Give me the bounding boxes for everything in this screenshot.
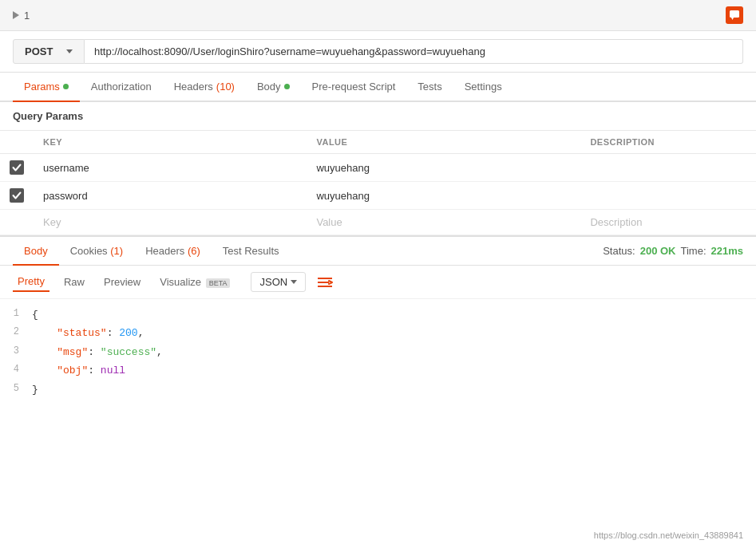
line-2-content: "status": 200, xyxy=(32,324,756,342)
resp-tab-test-results-label: Test Results xyxy=(223,245,279,257)
line-num-3: 3 xyxy=(0,343,32,361)
time-label: Time: xyxy=(680,245,706,257)
format-tab-raw[interactable]: Raw xyxy=(59,273,89,291)
url-input[interactable] xyxy=(85,39,743,64)
item-number: 1 xyxy=(24,10,30,22)
query-params-title: Query Params xyxy=(0,102,756,131)
row3-description[interactable]: Description xyxy=(580,210,756,235)
row1-key[interactable]: username xyxy=(34,154,307,182)
svg-marker-1 xyxy=(731,18,734,20)
request-tabs: Params Authorization Headers (10) Body P… xyxy=(0,73,756,102)
checkbox-cell xyxy=(0,182,34,210)
params-table: KEY VALUE DESCRIPTION username wuyuehang xyxy=(0,131,756,235)
tab-authorization[interactable]: Authorization xyxy=(80,73,163,101)
table-row: password wuyuehang xyxy=(0,182,756,210)
format-tab-preview[interactable]: Preview xyxy=(99,273,145,291)
col-key-header: KEY xyxy=(34,131,307,154)
row3-key[interactable]: Key xyxy=(34,210,307,235)
tab-params-label: Params xyxy=(24,81,60,93)
line-5-content: } xyxy=(32,380,756,399)
time-value: 221ms xyxy=(711,245,743,257)
method-select[interactable]: POST xyxy=(13,39,85,64)
response-tabs-left: Body Cookies (1) Headers (6) Test Result… xyxy=(13,237,291,265)
tab-prerequest[interactable]: Pre-request Script xyxy=(301,73,407,101)
query-params-section: Query Params KEY VALUE DESCRIPTION usern… xyxy=(0,102,756,235)
row1-checkbox[interactable] xyxy=(10,160,24,175)
chat-icon[interactable] xyxy=(726,6,743,24)
line-num-2: 2 xyxy=(0,324,32,341)
beta-badge: BETA xyxy=(206,278,231,288)
row1-value[interactable]: wuyuehang xyxy=(307,154,580,182)
tab-tests[interactable]: Tests xyxy=(406,73,453,101)
resp-headers-count: (6) xyxy=(188,245,200,257)
response-code-area: 1 { 2 "status": 200, 3 "msg": "success",… xyxy=(0,299,756,405)
line-3-content: "msg": "success", xyxy=(32,343,756,361)
headers-count: (10) xyxy=(216,81,235,93)
code-line: 2 "status": 200, xyxy=(0,324,756,342)
row2-value[interactable]: wuyuehang xyxy=(307,182,580,210)
expand-icon[interactable] xyxy=(13,11,19,19)
line-4-content: "obj": null xyxy=(32,361,756,380)
json-chevron-icon xyxy=(291,280,297,284)
line-num-5: 5 xyxy=(0,380,32,398)
body-dot xyxy=(284,84,290,89)
wrap-icon[interactable] xyxy=(315,273,334,292)
code-line: 5 } xyxy=(0,380,756,399)
tab-settings[interactable]: Settings xyxy=(453,73,513,101)
method-chevron-icon xyxy=(66,49,73,53)
top-bar: 1 xyxy=(0,0,756,31)
resp-tab-headers[interactable]: Headers (6) xyxy=(134,237,212,265)
col-desc-header: DESCRIPTION xyxy=(580,131,756,154)
code-line: 3 "msg": "success", xyxy=(0,343,756,361)
line-num-1: 1 xyxy=(0,306,32,323)
tab-authorization-label: Authorization xyxy=(91,81,152,93)
tab-prerequest-label: Pre-request Script xyxy=(312,81,396,93)
resp-tab-body-label: Body xyxy=(24,245,48,257)
resp-tab-headers-label: Headers xyxy=(145,245,184,257)
status-label: Status: xyxy=(603,245,635,257)
response-status-area: Status: 200 OK Time: 221ms xyxy=(603,245,743,257)
checkbox-cell xyxy=(0,210,34,235)
tab-params[interactable]: Params xyxy=(13,73,80,101)
params-dot xyxy=(63,84,69,89)
table-row: Key Value Description xyxy=(0,210,756,235)
tab-headers[interactable]: Headers (10) xyxy=(163,73,246,101)
line-num-4: 4 xyxy=(0,361,32,379)
status-value: 200 OK xyxy=(640,245,676,257)
col-checkbox xyxy=(0,131,34,154)
resp-tab-cookies-label: Cookies xyxy=(70,245,108,257)
code-line: 1 { xyxy=(0,306,756,324)
row2-description[interactable] xyxy=(580,182,756,210)
col-value-header: VALUE xyxy=(307,131,580,154)
url-bar: POST xyxy=(0,31,756,73)
tab-body-label: Body xyxy=(257,81,281,93)
row1-description[interactable] xyxy=(580,154,756,182)
cookies-count: (1) xyxy=(110,245,123,257)
top-bar-left: 1 xyxy=(13,10,30,22)
json-format-select[interactable]: JSON xyxy=(251,272,306,292)
row2-checkbox[interactable] xyxy=(10,188,24,203)
row2-key[interactable]: password xyxy=(34,182,307,210)
svg-rect-0 xyxy=(730,10,739,18)
line-1-content: { xyxy=(32,306,756,324)
format-tab-visualize[interactable]: Visualize BETA xyxy=(155,273,235,291)
tab-headers-label: Headers xyxy=(174,81,213,93)
method-label: POST xyxy=(25,45,53,57)
resp-tab-cookies[interactable]: Cookies (1) xyxy=(59,237,134,265)
tab-tests-label: Tests xyxy=(418,81,441,93)
resp-tab-body[interactable]: Body xyxy=(13,237,59,265)
tab-settings-label: Settings xyxy=(465,81,502,93)
json-format-label: JSON xyxy=(259,276,287,288)
code-line: 4 "obj": null xyxy=(0,361,756,380)
format-tab-pretty[interactable]: Pretty xyxy=(13,272,49,292)
row3-value[interactable]: Value xyxy=(307,210,580,235)
response-tabs: Body Cookies (1) Headers (6) Test Result… xyxy=(0,235,756,266)
table-row: username wuyuehang xyxy=(0,154,756,182)
checkbox-cell xyxy=(0,154,34,182)
tab-body[interactable]: Body xyxy=(246,73,301,101)
format-bar: Pretty Raw Preview Visualize BETA JSON xyxy=(0,266,756,299)
resp-tab-test-results[interactable]: Test Results xyxy=(212,237,291,265)
